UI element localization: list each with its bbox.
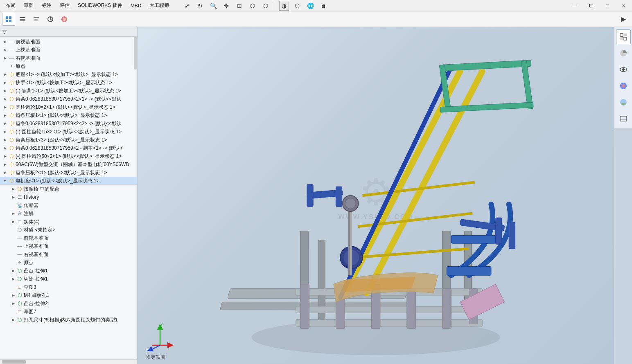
tree-icon-26: — xyxy=(16,251,23,258)
apply-scene-icon[interactable]: 🌐 xyxy=(305,1,315,11)
rotate-icon[interactable]: ↻ xyxy=(195,1,205,11)
tree-item-26[interactable]: — 右视基准面 xyxy=(0,250,137,258)
view-orientation-button[interactable] xyxy=(616,29,631,44)
tree-item-17[interactable]: ▼ ⬡ 电机座<1> (默认<<默认>_显示状态 1> xyxy=(0,177,137,185)
tree-item-13[interactable]: ▶ ⬡ 齿条0.0628318530717959×2 - 副本<1> -> (默… xyxy=(0,144,137,152)
tree-arrow-20 xyxy=(10,202,16,209)
tree-icon-28: ⬡ xyxy=(16,267,23,274)
close-button[interactable]: ✕ xyxy=(616,0,632,11)
tree-item-27[interactable]: ✦ 原点 xyxy=(0,258,137,267)
tree-item-21[interactable]: ▶ A 注解 xyxy=(0,209,137,218)
tree-item-31[interactable]: ▶ ⬡ M4 螺纹孔1 xyxy=(0,291,137,299)
tree-label-4: 底座<1> -> (默认<按加工><默认>_显示状态 1> xyxy=(16,71,118,78)
tree-arrow-28: ▶ xyxy=(10,267,16,274)
3d-view-icon[interactable]: ⬡ xyxy=(261,1,271,11)
tree-item-9[interactable]: ▶ ⬡ 齿条压板1<1> (默认<<默认>_显示状态 1> xyxy=(0,111,137,119)
tree-icon-33: □ xyxy=(16,308,23,315)
tree-item-34[interactable]: ▶ ⬡ 打孔尺寸(%根据)内六角圆柱头螺钉的类型1 xyxy=(0,316,137,324)
tree-item-10[interactable]: ▶ ⬡ 齿条0.0628318530717959×2<2> -> (默认<<默认 xyxy=(0,119,137,128)
tree-arrow-29: ▶ xyxy=(10,276,16,282)
tree-item-16[interactable]: ▶ ⬡ 齿条压板2<1> (默认<<默认>_显示状态 1> xyxy=(0,169,137,177)
expand-panel-button[interactable]: ▶ xyxy=(617,13,630,26)
feature-manager-tab[interactable] xyxy=(2,13,15,26)
smart-tab[interactable] xyxy=(44,13,57,26)
tree-label-1: 上视基准面 xyxy=(16,47,40,54)
hscroll-thumb[interactable] xyxy=(2,360,26,364)
tree-arrow-7: ▶ xyxy=(2,96,8,102)
tree-arrow-13: ▶ xyxy=(2,145,8,151)
svg-rect-17 xyxy=(620,37,623,40)
display-style-button[interactable] xyxy=(616,46,631,61)
tree-item-4[interactable]: ▶ ⬡ 底座<1> -> (默认<按加工><默认>_显示状态 1> xyxy=(0,70,137,79)
menu-item-mbd[interactable]: MBD xyxy=(126,1,146,10)
appearance-icon xyxy=(619,82,627,90)
menu-item-solidworks-plugin[interactable]: SOLIDWORKS 插件 xyxy=(74,0,126,11)
tree-item-19[interactable]: ▶ ☰ History xyxy=(0,193,137,201)
tree-item-15[interactable]: ▶ ⬡ 60AC(6W)微型交流（圆轴）基本型电机[60YS06WD xyxy=(0,160,137,169)
tree-item-1[interactable]: ▶ — 上视基准面 xyxy=(0,46,137,54)
standard-views-icon[interactable]: ⬡ xyxy=(248,1,257,11)
dynamic-annotation-icon[interactable]: ⬡ xyxy=(292,1,302,11)
tree-icon-11: ⬡ xyxy=(8,128,15,135)
tree-item-28[interactable]: ▶ ⬡ 凸台-拉伸1 xyxy=(0,267,137,275)
appearance-button[interactable] xyxy=(616,79,631,93)
property-manager-tab[interactable] xyxy=(16,13,29,26)
filter-icon[interactable]: ▽ xyxy=(2,29,7,35)
tree-label-10: 齿条0.0628318530717959×2<2> -> (默认<<默认 xyxy=(16,120,122,127)
tree-label-8: 圆柱齿轮10×2<1> (默认<<默认>_显示状态 1> xyxy=(16,104,115,111)
tree-item-33[interactable]: □ 草图7 xyxy=(0,308,137,316)
fit-icon[interactable]: ⊡ xyxy=(235,1,244,11)
tree-arrow-8: ▶ xyxy=(2,104,8,110)
tree-item-11[interactable]: ▶ ⬡ (-) 圆柱齿轮15×2<1> (默认<<默认>_显示状态 1> xyxy=(0,128,137,136)
minimize-button[interactable]: ─ xyxy=(567,0,583,11)
tree-item-6[interactable]: ▶ ⬡ (-) 靠背1<1> (默认<按加工><默认>_显示状态 1> xyxy=(0,87,137,95)
pan-icon[interactable]: ✥ xyxy=(221,1,231,11)
maximize-button[interactable]: □ xyxy=(599,0,616,11)
section-view-icon[interactable]: ◑ xyxy=(279,1,289,11)
tree-item-2[interactable]: ▶ — 右视基准面 xyxy=(0,54,137,62)
tree-arrow-26 xyxy=(10,251,16,258)
display-pane-icon xyxy=(619,115,627,123)
config-manager-tab[interactable] xyxy=(30,13,43,26)
tree-item-23[interactable]: ⬡ 材质 <未指定> xyxy=(0,226,137,234)
tree-label-3: 原点 xyxy=(16,63,25,70)
tree-arrow-32: ▶ xyxy=(10,300,16,307)
display-pane-button[interactable] xyxy=(616,111,631,126)
tree-item-25[interactable]: — 上视基准面 xyxy=(0,242,137,250)
tree-label-25: 上视基准面 xyxy=(24,243,48,250)
scene-button[interactable] xyxy=(616,95,631,110)
monitor-icon[interactable]: 🖥 xyxy=(318,1,328,11)
3d-viewport[interactable]: ⚙ WWW.YSH3D.COM xyxy=(138,27,614,364)
display-tab[interactable] xyxy=(58,13,71,26)
menu-item-sketch[interactable]: 草图 xyxy=(20,0,38,11)
zoom-icon[interactable]: 🔍 xyxy=(208,1,218,11)
svg-text:Z: Z xyxy=(147,348,149,351)
menu-item-engineer[interactable]: 大工程师 xyxy=(145,0,173,11)
menu-item-annotation[interactable]: 标注 xyxy=(38,0,56,11)
restore-button[interactable]: ⧠ xyxy=(583,0,599,11)
tree-item-5[interactable]: ▶ ⬡ 扶手<1> (默认<按加工><默认>_显示状态 1> xyxy=(0,79,137,87)
tree-item-29[interactable]: ▶ ⬡ 切除-拉伸1 xyxy=(0,275,137,283)
tree-item-32[interactable]: ▶ ⬡ 凸台-拉伸2 xyxy=(0,299,137,308)
tree-item-12[interactable]: ▶ ⬡ 齿条压板1<3> (默认<<默认>_显示状态 1> xyxy=(0,136,137,144)
menu-item-evaluate[interactable]: 评估 xyxy=(56,0,74,11)
tree-item-24[interactable]: — 前视基准面 xyxy=(0,234,137,242)
tree-item-22[interactable]: ▶ □ 实体(4) xyxy=(0,218,137,226)
tree-item-8[interactable]: ▶ ⬡ 圆柱齿轮10×2<1> (默认<<默认>_显示状态 1> xyxy=(0,103,137,111)
tree-item-14[interactable]: ▶ ⬡ (-) 圆柱齿轮50×2<1> (默认<<默认>_显示状态 1> xyxy=(0,152,137,160)
tree-item-3[interactable]: ✦ 原点 xyxy=(0,62,137,70)
hide-show-button[interactable] xyxy=(616,62,631,77)
tree-icon-10: ⬡ xyxy=(8,120,15,127)
tree-item-18[interactable]: ▶ ⬡ 按摩椅 中的配合 xyxy=(0,185,137,193)
move-icon[interactable]: ⤢ xyxy=(182,1,192,11)
horizontal-scrollbar[interactable] xyxy=(0,359,137,364)
tree-arrow-10: ▶ xyxy=(2,120,8,127)
menu-item-layout[interactable]: 布局 xyxy=(2,0,20,11)
hide-show-icon xyxy=(619,65,627,74)
tree-item-0[interactable]: ▶ — 前视基准面 xyxy=(0,38,137,46)
tree-item-7[interactable]: ▶ ⬡ 齿条0.0628318530717959×2<1> -> (默认<<默认 xyxy=(0,95,137,103)
tree-item-20[interactable]: 📡 传感器 xyxy=(0,201,137,209)
tree-item-30[interactable]: □ 草图3 xyxy=(0,283,137,291)
svg-rect-34 xyxy=(296,306,482,313)
view-label: ※等轴测 xyxy=(146,354,165,361)
